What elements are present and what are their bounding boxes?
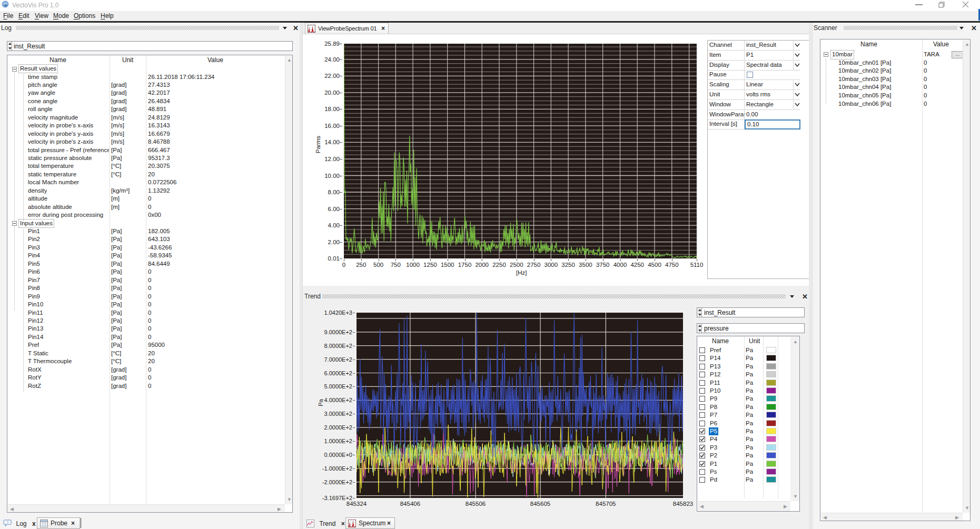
svg-text:?: ? <box>6 520 9 525</box>
